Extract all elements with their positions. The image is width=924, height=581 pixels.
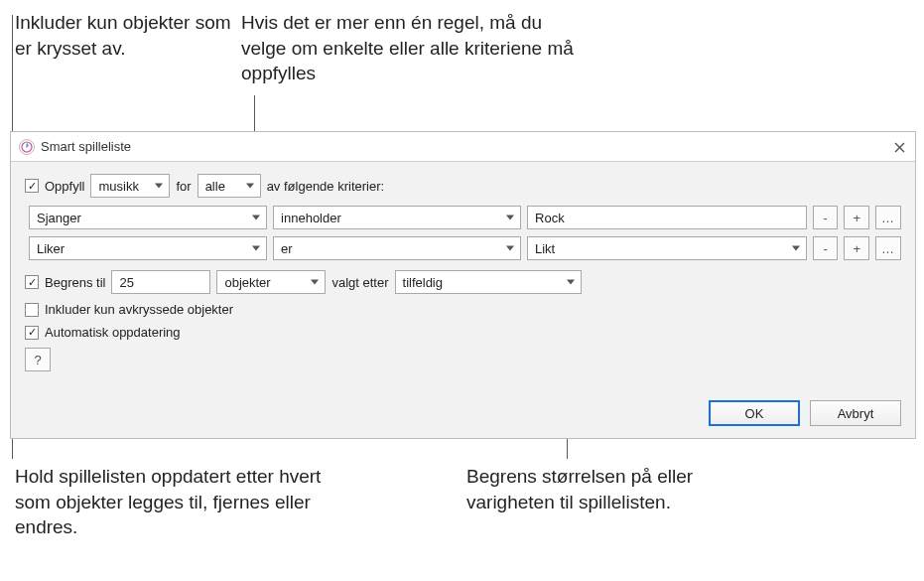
rule-more-button[interactable]: … (875, 206, 901, 229)
rule-row: Sjanger inneholder Rock - + … (25, 206, 901, 229)
titlebar: Smart spilleliste (11, 132, 915, 162)
match-checkbox[interactable] (25, 179, 39, 193)
callout-only-checked: Inkluder kun objekter som er krysset av. (15, 10, 233, 61)
dialog-title: Smart spilleliste (41, 139, 131, 154)
media-select[interactable]: musikk (90, 174, 170, 198)
limit-value-text: 25 (119, 275, 133, 290)
rule-add-button[interactable]: + (844, 236, 869, 260)
limit-value-input[interactable]: 25 (111, 270, 210, 294)
help-button[interactable]: ? (25, 348, 51, 371)
match-trailing: av følgende kriterier: (267, 179, 385, 194)
limit-mid-label: valgt etter (331, 275, 388, 290)
scope-select-value: alle (205, 179, 225, 194)
only-checked-row: Inkluder kun avkryssede objekter (25, 302, 901, 317)
rule-op-value: er (281, 241, 293, 256)
rule-op-select[interactable]: inneholder (273, 206, 521, 229)
rule-remove-button[interactable]: - (813, 236, 839, 260)
live-update-checkbox[interactable] (25, 326, 39, 340)
callout-live-update: Hold spillelisten oppdatert etter hvert … (15, 464, 342, 540)
rule-value-input[interactable]: Rock (527, 206, 807, 229)
limit-by-value: tilfeldig (403, 275, 443, 290)
rule-op-select[interactable]: er (273, 236, 521, 260)
rule-op-value: inneholder (281, 211, 341, 225)
cancel-button[interactable]: Avbryt (810, 400, 901, 426)
itunes-icon (19, 139, 35, 155)
only-checked-label: Inkluder kun avkryssede objekter (45, 302, 233, 317)
callout-match-scope: Hvis det er mer enn én regel, må du velg… (241, 10, 579, 86)
smart-playlist-dialog: Smart spilleliste Oppfyll musikk for all… (10, 131, 916, 439)
limit-row: Begrens til 25 objekter valgt etter tilf… (25, 270, 901, 294)
rule-remove-button[interactable]: - (813, 206, 839, 229)
rules-list: Sjanger inneholder Rock - + … Liker er (25, 206, 901, 260)
scope-select[interactable]: alle (198, 174, 261, 198)
for-label: for (176, 179, 191, 194)
callout-limit: Begrens størrelsen på eller varigheten t… (466, 464, 695, 514)
media-select-value: musikk (98, 179, 138, 194)
rule-row: Liker er Likt - + … (25, 236, 901, 260)
rule-add-button[interactable]: + (844, 206, 869, 229)
action-buttons: OK Avbryt (709, 400, 901, 426)
only-checked-checkbox[interactable] (25, 303, 39, 317)
limit-unit-value: objekter (224, 275, 270, 290)
limit-label: Begrens til (45, 275, 105, 290)
rule-value-text: Rock (535, 211, 565, 225)
limit-checkbox[interactable] (25, 275, 39, 289)
live-update-label: Automatisk oppdatering (45, 325, 181, 340)
match-row: Oppfyll musikk for alle av følgende krit… (25, 174, 901, 198)
close-button[interactable] (889, 137, 909, 157)
rule-more-button[interactable]: … (875, 236, 901, 260)
rule-value-select[interactable]: Likt (527, 236, 807, 260)
rule-field-select[interactable]: Sjanger (29, 206, 267, 229)
rule-field-value: Sjanger (37, 211, 81, 225)
ok-button[interactable]: OK (709, 400, 800, 426)
rule-field-select[interactable]: Liker (29, 236, 267, 260)
live-update-row: Automatisk oppdatering (25, 325, 901, 340)
rule-field-value: Liker (37, 241, 65, 256)
limit-unit-select[interactable]: objekter (216, 270, 326, 294)
footer-row: ? (25, 348, 901, 371)
match-label: Oppfyll (45, 179, 84, 194)
rule-value-text: Likt (535, 241, 555, 256)
limit-by-select[interactable]: tilfeldig (395, 270, 582, 294)
dialog-body: Oppfyll musikk for alle av følgende krit… (11, 162, 915, 381)
